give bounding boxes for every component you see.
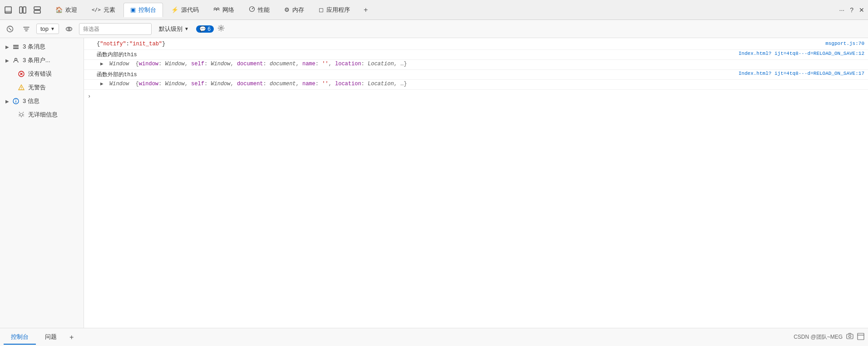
console-message-text: {"notify":"init_tab"} xyxy=(97,41,822,47)
group-label-text: 函数内部的this xyxy=(97,52,137,58)
tab-welcome-label: 欢迎 xyxy=(65,6,77,14)
tab-memory[interactable]: ⚙ 内存 xyxy=(278,3,311,17)
tab-add-button[interactable]: + xyxy=(360,4,371,16)
warning-icon xyxy=(18,84,25,91)
expand-triangle-icon[interactable]: ▶ xyxy=(100,81,109,87)
svg-rect-1 xyxy=(5,11,11,13)
welcome-icon: 🏠 xyxy=(55,6,63,13)
all-messages-label: 3 条消息 xyxy=(23,43,45,51)
bottom-tab-bar: 控制台 问题 + CSDN @团队~MEG xyxy=(0,328,868,346)
bug-icon xyxy=(18,112,25,118)
console-source-link[interactable]: Index.html? ijt=4tq8···d=RELOAD_ON_SAVE:… xyxy=(739,51,864,56)
console-source-link[interactable]: msgport.js:70 xyxy=(825,41,864,46)
filter-input[interactable] xyxy=(79,23,152,35)
info-label: 3 信息 xyxy=(23,97,39,105)
memory-icon: ⚙ xyxy=(284,6,290,13)
context-label: top xyxy=(40,25,49,32)
svg-rect-14 xyxy=(13,47,19,48)
console-window-object: Window {window: Window, self: Window, do… xyxy=(109,61,864,67)
bottom-tab-issues[interactable]: 问题 xyxy=(38,330,64,345)
dock-icon[interactable] xyxy=(4,5,13,15)
level-chevron-icon: ▼ xyxy=(184,26,189,31)
expand-arrow-icon: ▶ xyxy=(5,58,9,63)
list-icon xyxy=(13,44,19,50)
bottom-right-area: CSDN @团队~MEG xyxy=(794,333,864,341)
expand-arrow-icon: ▶ xyxy=(5,44,9,49)
console-toolbar: top ▼ 默认级别 ▼ 💬 6 xyxy=(0,20,868,38)
badge: 💬 6 xyxy=(196,25,214,33)
sidebar-item-verbose[interactable]: 无详细信息 xyxy=(0,108,84,122)
warnings-label: 无警告 xyxy=(28,83,46,92)
expand-triangle-icon[interactable]: ▶ xyxy=(100,61,109,67)
svg-line-9 xyxy=(9,28,11,30)
eye-icon[interactable] xyxy=(63,23,75,35)
svg-point-11 xyxy=(68,28,70,30)
tab-network-label: 网络 xyxy=(222,6,234,14)
help-icon[interactable]: ? xyxy=(850,6,853,14)
tab-source[interactable]: ⚡ 源代码 xyxy=(165,3,205,17)
close-icon[interactable]: ✕ xyxy=(859,6,864,14)
tab-elements-label: 元素 xyxy=(104,6,115,14)
tab-network[interactable]: 网络 xyxy=(207,3,241,17)
svg-rect-5 xyxy=(34,10,40,13)
svg-rect-15 xyxy=(13,48,19,49)
sidebar-item-errors[interactable]: 没有错误 xyxy=(0,67,84,81)
context-dropdown[interactable]: top ▼ xyxy=(36,24,59,34)
svg-point-34 xyxy=(849,336,851,338)
svg-line-26 xyxy=(19,112,20,113)
svg-point-12 xyxy=(220,27,222,29)
undock-icon[interactable] xyxy=(18,5,27,15)
svg-point-24 xyxy=(15,99,16,100)
message-count-badge[interactable]: 💬 6 xyxy=(196,25,214,33)
verbose-label: 无详细信息 xyxy=(28,111,58,119)
console-output: {"notify":"init_tab"} msgport.js:70 函数内部… xyxy=(84,38,868,328)
console-row: {"notify":"init_tab"} msgport.js:70 xyxy=(84,40,868,50)
sidebar-item-all-messages[interactable]: ▶ 3 条消息 xyxy=(0,40,84,54)
console-row: 函数外部的this Index.html? ijt=4tq8···d=RELOA… xyxy=(84,70,868,80)
settings-icon[interactable] xyxy=(217,24,225,34)
message-count: 6 xyxy=(207,26,211,32)
tab-application-label: 应用程序 xyxy=(326,6,350,14)
tab-console[interactable]: ▣ 控制台 xyxy=(123,3,163,17)
layout-icon[interactable] xyxy=(33,5,42,15)
filter-toggle-button[interactable] xyxy=(20,23,33,35)
console-row: 函数内部的this Index.html? ijt=4tq8···d=RELOA… xyxy=(84,50,868,60)
screenshot-icon[interactable] xyxy=(846,333,853,341)
elements-icon: </> xyxy=(92,7,101,13)
application-icon: ◻ xyxy=(319,6,324,13)
svg-rect-13 xyxy=(13,45,19,46)
group-label-text: 函数外部的this xyxy=(97,72,137,78)
tab-welcome[interactable]: 🏠 欢迎 xyxy=(49,3,84,17)
svg-rect-4 xyxy=(34,7,40,10)
svg-line-7 xyxy=(252,8,253,9)
error-icon xyxy=(18,71,25,77)
console-window-object: Window {window: Window, self: Window, do… xyxy=(109,81,864,87)
svg-line-31 xyxy=(23,116,24,116)
sidebar-item-user-messages[interactable]: ▶ 3 条用户... xyxy=(0,54,84,67)
bottom-tab-console[interactable]: 控制台 xyxy=(4,330,36,345)
svg-rect-33 xyxy=(847,334,853,339)
clear-console-button[interactable] xyxy=(4,23,16,35)
level-dropdown[interactable]: 默认级别 ▼ xyxy=(155,24,192,34)
svg-rect-35 xyxy=(858,333,864,340)
svg-point-25 xyxy=(20,113,23,116)
sidebar-item-info[interactable]: ▶ 3 信息 xyxy=(0,94,84,108)
network-icon xyxy=(213,6,220,14)
expand-panel-icon[interactable] xyxy=(857,333,864,341)
source-icon: ⚡ xyxy=(171,6,178,13)
devtools-icons xyxy=(4,5,42,15)
sidebar-item-warnings[interactable]: 无警告 xyxy=(0,81,84,94)
svg-point-10 xyxy=(66,27,72,31)
console-source-link[interactable]: Index.html? ijt=4tq8···d=RELOAD_ON_SAVE:… xyxy=(739,71,864,76)
sidebar-collapse-icon[interactable]: › xyxy=(88,93,91,100)
bottom-add-tab-button[interactable]: + xyxy=(66,331,77,343)
tab-source-label: 源代码 xyxy=(181,6,199,14)
console-icon: ▣ xyxy=(130,6,136,13)
tab-elements[interactable]: </> 元素 xyxy=(85,3,122,17)
more-options-icon[interactable]: ··· xyxy=(839,6,845,14)
tab-console-label: 控制台 xyxy=(138,6,156,14)
svg-line-27 xyxy=(23,112,24,113)
tab-application[interactable]: ◻ 应用程序 xyxy=(312,3,356,17)
svg-rect-2 xyxy=(20,7,22,13)
tab-performance[interactable]: 性能 xyxy=(242,3,276,17)
